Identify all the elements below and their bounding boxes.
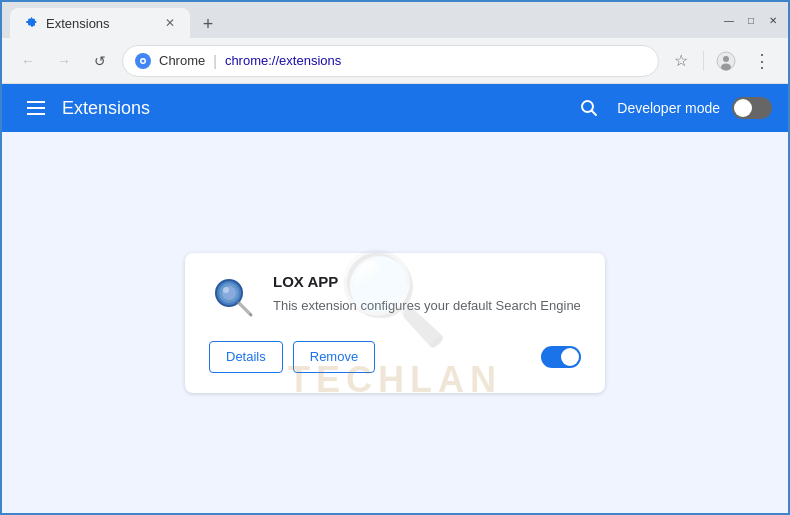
ext-logo xyxy=(209,273,257,321)
divider xyxy=(703,51,704,71)
forward-icon: → xyxy=(57,53,71,69)
bookmark-icon: ☆ xyxy=(674,51,688,70)
close-btn[interactable]: ✕ xyxy=(766,13,780,27)
back-button[interactable]: ← xyxy=(14,47,42,75)
extension-card: LOX APP This extension configures your d… xyxy=(185,253,605,393)
tab-close-btn[interactable]: ✕ xyxy=(162,15,178,31)
window-controls: — □ ✕ xyxy=(722,13,780,27)
hamburger-menu-button[interactable] xyxy=(18,90,54,126)
tab-bar: Extensions ✕ + xyxy=(10,2,710,38)
svg-line-7 xyxy=(592,111,597,116)
svg-point-5 xyxy=(721,63,731,70)
toggle-knob xyxy=(734,99,752,117)
menu-button[interactable]: ⋮ xyxy=(748,47,776,75)
extensions-tab-icon xyxy=(22,15,38,31)
extension-toggle-knob xyxy=(561,348,579,366)
search-button[interactable] xyxy=(573,92,605,124)
ext-info: LOX APP This extension configures your d… xyxy=(273,273,581,316)
remove-button[interactable]: Remove xyxy=(293,341,375,373)
search-icon xyxy=(579,98,599,118)
ext-description: This extension configures your default S… xyxy=(273,296,581,316)
address-icons: ☆ ⋮ xyxy=(667,47,776,75)
page-content: 🔍 TECHLAN LOX A xyxy=(2,132,788,513)
browser-window: Extensions ✕ + — □ ✕ ← → ↺ xyxy=(0,0,790,515)
svg-point-11 xyxy=(223,287,229,293)
ext-bottom: Details Remove xyxy=(209,341,581,373)
profile-button[interactable] xyxy=(712,47,740,75)
dev-mode-toggle[interactable] xyxy=(732,97,772,119)
header-right: Developer mode xyxy=(573,92,772,124)
lox-app-icon xyxy=(209,273,257,321)
svg-point-4 xyxy=(723,56,729,62)
address-input-container[interactable]: Chrome | chrome://extensions xyxy=(122,45,659,77)
svg-line-13 xyxy=(240,304,249,313)
address-bar: ← → ↺ Chrome | chrome://extensions ☆ xyxy=(2,38,788,84)
ext-top: LOX APP This extension configures your d… xyxy=(209,273,581,321)
new-tab-button[interactable]: + xyxy=(194,10,222,38)
minimize-btn[interactable]: — xyxy=(722,13,736,27)
extensions-page-title: Extensions xyxy=(62,98,573,119)
reload-icon: ↺ xyxy=(94,53,106,69)
reload-button[interactable]: ↺ xyxy=(86,47,114,75)
address-site-name: Chrome xyxy=(159,53,205,68)
address-url: chrome://extensions xyxy=(225,53,341,68)
ext-name: LOX APP xyxy=(273,273,581,290)
forward-button[interactable]: → xyxy=(50,47,78,75)
profile-icon xyxy=(716,51,736,71)
svg-point-2 xyxy=(142,59,145,62)
back-icon: ← xyxy=(21,53,35,69)
extension-toggle[interactable] xyxy=(541,346,581,368)
active-tab[interactable]: Extensions ✕ xyxy=(10,8,190,38)
bookmark-button[interactable]: ☆ xyxy=(667,47,695,75)
details-button[interactable]: Details xyxy=(209,341,283,373)
hamburger-icon xyxy=(27,101,45,115)
tab-title: Extensions xyxy=(46,16,110,31)
dev-mode-label: Developer mode xyxy=(617,100,720,116)
site-icon xyxy=(135,53,151,69)
maximize-btn[interactable]: □ xyxy=(744,13,758,27)
extensions-header: Extensions Developer mode xyxy=(2,84,788,132)
menu-icon: ⋮ xyxy=(753,50,771,72)
title-bar: Extensions ✕ + — □ ✕ xyxy=(2,2,788,38)
